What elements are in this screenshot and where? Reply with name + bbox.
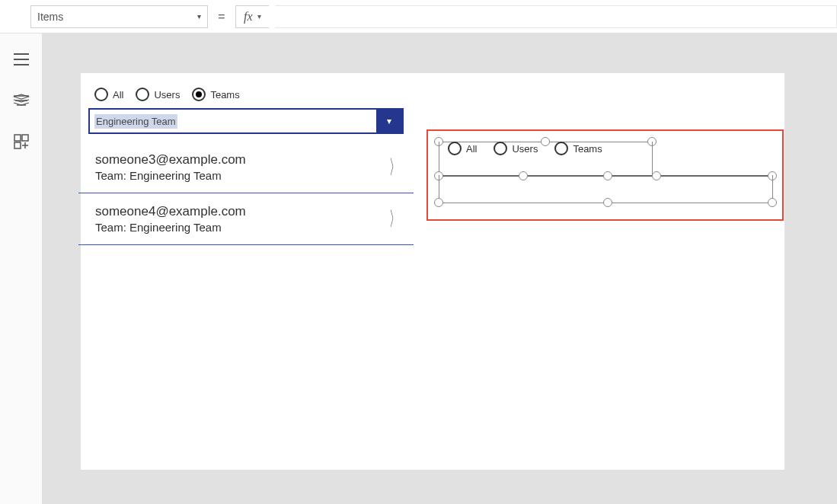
resize-handle[interactable] [603,171,612,180]
radio-label: Teams [210,89,239,100]
radio-icon [136,88,149,101]
resize-handle[interactable] [434,198,443,207]
radio-icon [448,142,462,155]
radio-label: All [466,143,477,155]
list-item[interactable]: someone3@example.com Team: Engineering T… [78,142,414,193]
radio-icon [94,88,108,101]
svg-rect-2 [14,142,21,148]
chevron-down-icon: ▾ [197,12,201,21]
resize-handle[interactable] [652,171,661,180]
selected-control-outline[interactable]: All Users Teams [426,129,784,221]
radio-icon [192,88,206,101]
hamburger-icon[interactable] [12,50,30,69]
radio-label: Users [512,143,538,155]
radio-label: Teams [573,143,602,155]
list-item-primary: someone3@example.com [95,152,246,167]
formula-bar: Items ▾ = fx ▾ [0,0,837,33]
screen-left-column: All Users Teams Engineering Team [81,73,411,245]
list-item-secondary: Team: Engineering Team [95,221,246,234]
chevron-down-icon: ▾ [257,12,261,21]
list-item[interactable]: someone4@example.com Team: Engineering T… [78,193,414,245]
svg-rect-1 [22,135,28,141]
team-dropdown[interactable]: Engineering Team ▾ [88,108,404,134]
resize-handle[interactable] [603,198,612,207]
chevron-right-icon: 〉 [389,154,400,180]
radio-icon [554,142,568,155]
selection-edge-bottom[interactable] [439,203,772,203]
selection-edge-middle[interactable] [439,175,772,177]
insert-icon[interactable] [12,132,30,151]
radio-all[interactable]: All [448,142,477,155]
svg-rect-0 [14,135,21,141]
radio-label: All [113,89,123,100]
selected-radio-row: All Users Teams [436,137,763,155]
dropdown-toggle[interactable]: ▾ [376,110,402,132]
workspace: All Users Teams Engineering Team [0,33,837,504]
radio-users[interactable]: Users [136,88,180,101]
resize-handle[interactable] [519,171,528,180]
canvas[interactable]: All Users Teams Engineering Team [43,33,837,504]
fx-button[interactable]: fx ▾ [235,5,269,28]
property-select-value: Items [37,11,63,23]
radio-teams[interactable]: Teams [192,88,239,101]
radio-teams[interactable]: Teams [554,142,602,155]
radio-icon [494,142,507,155]
radio-label: Users [154,89,180,100]
chevron-right-icon: 〉 [389,206,400,232]
app-screen[interactable]: All Users Teams Engineering Team [81,73,784,470]
radio-all[interactable]: All [94,88,123,101]
resize-handle[interactable] [768,198,777,207]
list-item-primary: someone4@example.com [95,204,246,219]
filter-radio-group: All Users Teams [81,73,411,104]
list-item-secondary: Team: Engineering Team [95,169,246,182]
tree-view-icon[interactable] [12,91,30,110]
results-list: someone3@example.com Team: Engineering T… [81,142,411,245]
radio-users[interactable]: Users [494,142,538,155]
equals-sign: = [214,10,229,24]
dropdown-value: Engineering Team [94,114,177,129]
left-rail [0,33,43,504]
fx-icon: fx [244,10,253,24]
selected-radio-group[interactable]: All Users Teams [436,137,763,155]
property-select[interactable]: Items ▾ [30,5,208,28]
dropdown-value-wrap: Engineering Team [90,110,376,132]
chevron-down-icon: ▾ [387,116,391,126]
formula-input[interactable] [275,5,837,28]
